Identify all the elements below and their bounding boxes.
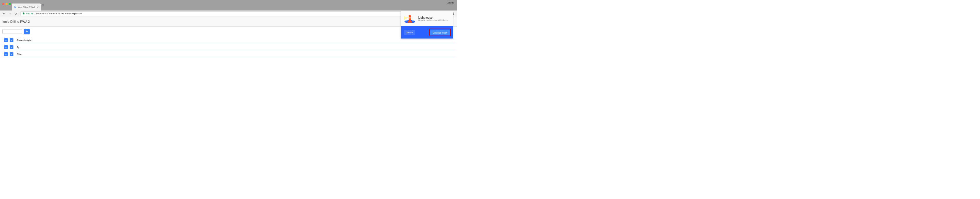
lighthouse-logo-icon (404, 14, 416, 23)
lighthouse-popup: Lighthouse https://todo-firebase-c4298.f… (401, 11, 453, 38)
list-item: − Ty (2, 44, 455, 51)
svg-point-5 (406, 20, 407, 21)
lighthouse-header: Lighthouse https://todo-firebase-c4298.f… (401, 11, 453, 26)
list-item: − Dinner tonight (2, 37, 455, 44)
app-header: Ionic Offline PWA 2 (0, 17, 457, 27)
window-controls (0, 0, 13, 8)
tab-title: Ionic Offline PWA 2 (18, 6, 35, 8)
nav-back-button[interactable] (2, 11, 6, 16)
tab-favicon-icon (14, 6, 16, 8)
lighthouse-options-button[interactable]: Options (404, 30, 415, 35)
lighthouse-title-block: Lighthouse https://todo-firebase-c4298.f… (418, 16, 451, 21)
svg-marker-3 (408, 14, 411, 16)
tab-close-button[interactable]: × (37, 6, 38, 9)
new-item-input[interactable] (2, 29, 22, 34)
profile-label[interactable]: Matthieu (447, 2, 454, 4)
item-text: Slim (17, 53, 22, 56)
edit-item-button[interactable] (10, 52, 13, 56)
svg-point-6 (412, 20, 414, 21)
todo-list: − Dinner tonight − Ty − Slim (2, 37, 455, 58)
url-text: https://todo-firebase-c4298.firebaseapp.… (36, 12, 82, 15)
new-tab-button[interactable]: ▸ (41, 3, 46, 7)
nav-reload-button[interactable] (13, 11, 18, 16)
app-body: + − Dinner tonight − Ty − Slim (0, 27, 457, 60)
item-text: Dinner tonight (17, 39, 32, 41)
address-bar[interactable]: Secure | https://todo-firebase-c4298.fir… (21, 11, 444, 16)
svg-marker-4 (407, 21, 412, 23)
delete-item-button[interactable]: − (4, 52, 8, 56)
page-title: Ionic Offline PWA 2 (2, 20, 455, 23)
lighthouse-actions: Options Generate report (401, 26, 453, 38)
lighthouse-generate-button[interactable]: Generate report (430, 30, 450, 35)
nav-forward-button[interactable] (8, 11, 12, 16)
window-minimize-button[interactable] (6, 3, 8, 5)
add-item-button[interactable]: + (24, 29, 30, 34)
item-text: Ty (17, 46, 19, 48)
address-bar-row: Secure | https://todo-firebase-c4298.fir… (0, 11, 457, 17)
add-item-row: + (2, 29, 455, 34)
browser-tab-strip: Ionic Offline PWA 2 × ▸ Matthieu (0, 0, 457, 11)
secure-label: Secure (26, 12, 33, 15)
window-close-button[interactable] (2, 3, 5, 5)
delete-item-button[interactable]: − (4, 45, 8, 49)
lock-icon (22, 12, 25, 15)
delete-item-button[interactable]: − (4, 38, 8, 42)
browser-tab[interactable]: Ionic Offline PWA 2 × (12, 3, 41, 11)
svg-rect-2 (409, 18, 411, 18)
svg-marker-7 (404, 16, 409, 20)
lighthouse-url: https://todo-firebase-c4298.fireba… (418, 19, 451, 21)
url-divider: | (34, 12, 35, 15)
window-maximize-button[interactable] (9, 3, 11, 5)
highlight-annotation: Generate report (429, 29, 451, 36)
lighthouse-title: Lighthouse (418, 16, 451, 19)
edit-item-button[interactable] (10, 45, 13, 49)
list-item: − Slim (2, 51, 455, 58)
edit-item-button[interactable] (10, 38, 13, 42)
